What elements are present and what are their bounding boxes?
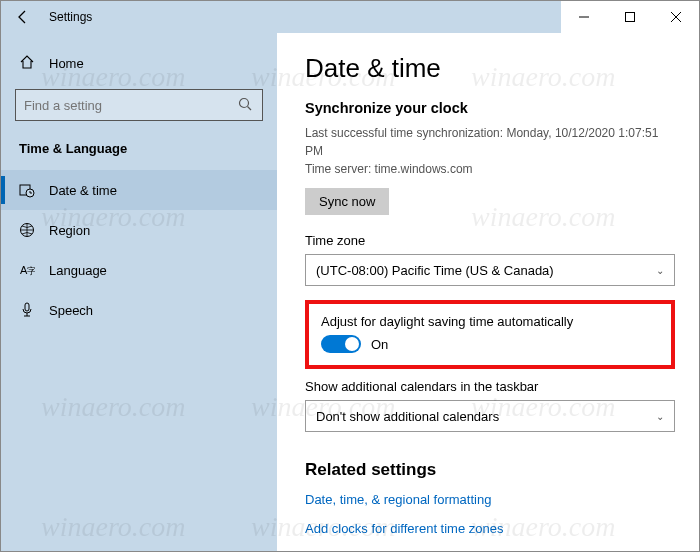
sync-last-line: Last successful time synchronization: Mo… xyxy=(305,124,675,160)
language-icon: A字 xyxy=(19,262,35,278)
sidebar-item-label: Speech xyxy=(49,303,93,318)
maximize-button[interactable] xyxy=(607,1,653,33)
svg-line-3 xyxy=(248,107,252,111)
dst-toggle[interactable] xyxy=(321,335,361,353)
timezone-label: Time zone xyxy=(305,233,675,248)
dst-label: Adjust for daylight saving time automati… xyxy=(321,314,659,329)
category-header: Time & Language xyxy=(1,131,277,170)
home-icon xyxy=(19,54,35,73)
page-title: Date & time xyxy=(305,53,675,84)
dst-highlight: Adjust for daylight saving time automati… xyxy=(305,300,675,369)
back-button[interactable] xyxy=(1,1,45,33)
chevron-down-icon: ⌄ xyxy=(656,411,664,422)
timezone-value: (UTC-08:00) Pacific Time (US & Canada) xyxy=(316,263,554,278)
additional-calendars-value: Don't show additional calendars xyxy=(316,409,499,424)
svg-text:字: 字 xyxy=(27,266,35,276)
svg-point-2 xyxy=(240,99,249,108)
home-nav[interactable]: Home xyxy=(1,45,277,81)
minimize-icon xyxy=(579,12,589,22)
home-label: Home xyxy=(49,56,84,71)
microphone-icon xyxy=(19,302,35,318)
sidebar-item-language[interactable]: A字 Language xyxy=(1,250,277,290)
additional-calendars-label: Show additional calendars in the taskbar xyxy=(305,379,675,394)
related-link-formatting[interactable]: Date, time, & regional formatting xyxy=(305,492,675,507)
minimize-button[interactable] xyxy=(561,1,607,33)
window-title: Settings xyxy=(45,10,92,24)
calendar-clock-icon xyxy=(19,182,35,198)
titlebar: Settings xyxy=(1,1,699,33)
sync-server-line: Time server: time.windows.com xyxy=(305,160,675,178)
sync-header: Synchronize your clock xyxy=(305,100,675,116)
arrow-left-icon xyxy=(15,9,31,25)
sidebar-item-label: Region xyxy=(49,223,90,238)
related-header: Related settings xyxy=(305,460,675,480)
globe-icon xyxy=(19,222,35,238)
close-icon xyxy=(671,12,681,22)
svg-rect-1 xyxy=(626,13,635,22)
svg-rect-9 xyxy=(25,303,29,311)
sidebar-item-label: Language xyxy=(49,263,107,278)
sidebar-item-date-time[interactable]: Date & time xyxy=(1,170,277,210)
main-panel: Date & time Synchronize your clock Last … xyxy=(277,33,699,551)
search-box[interactable] xyxy=(15,89,263,121)
search-icon xyxy=(238,97,254,113)
sidebar-item-label: Date & time xyxy=(49,183,117,198)
chevron-down-icon: ⌄ xyxy=(656,265,664,276)
dst-state: On xyxy=(371,337,388,352)
sidebar: Home Time & Language Date & time Region … xyxy=(1,33,277,551)
close-button[interactable] xyxy=(653,1,699,33)
maximize-icon xyxy=(625,12,635,22)
additional-calendars-dropdown[interactable]: Don't show additional calendars ⌄ xyxy=(305,400,675,432)
sidebar-item-region[interactable]: Region xyxy=(1,210,277,250)
sync-now-button[interactable]: Sync now xyxy=(305,188,389,215)
sidebar-item-speech[interactable]: Speech xyxy=(1,290,277,330)
search-input[interactable] xyxy=(24,98,238,113)
timezone-dropdown[interactable]: (UTC-08:00) Pacific Time (US & Canada) ⌄ xyxy=(305,254,675,286)
related-link-clocks[interactable]: Add clocks for different time zones xyxy=(305,521,675,536)
